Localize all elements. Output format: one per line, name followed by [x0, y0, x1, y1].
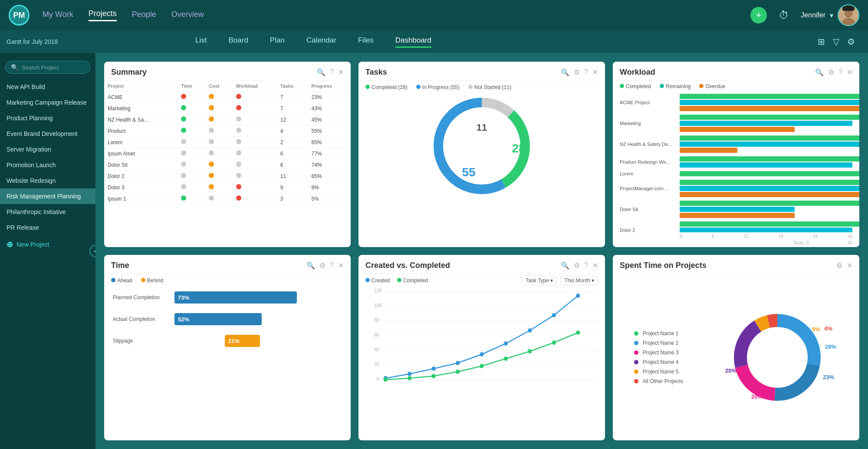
workload-row: ProjectManager.com ...: [620, 180, 852, 197]
nav-overview[interactable]: Overview: [171, 10, 204, 21]
tab-files[interactable]: Files: [358, 36, 374, 48]
svg-point-30: [528, 328, 532, 333]
search-input[interactable]: [22, 64, 85, 71]
svg-text:4%: 4%: [824, 325, 832, 332]
sidebar-item-product-planning[interactable]: Product Planning: [0, 110, 95, 126]
spent-settings-icon[interactable]: ⚙: [836, 261, 842, 270]
sidebar: 🔍 New API Build Marketing Campaign Relea…: [0, 53, 95, 449]
sidebar-item-marketing-campaign[interactable]: Marketing Campaign Release: [0, 95, 95, 110]
tab-dashboard[interactable]: Dashboard: [395, 36, 431, 48]
this-month-filter[interactable]: This Month ▾: [560, 276, 598, 285]
col-progress: Progress: [308, 81, 351, 92]
time-legend-behind: Behind: [141, 277, 163, 284]
user-area[interactable]: Jennifer ▾: [801, 4, 859, 26]
summary-card-body: Project Time Cost Workload Tasks Progres…: [104, 81, 351, 247]
filter-icon[interactable]: ▽: [833, 36, 839, 47]
sidebar-item-new-api-build[interactable]: New API Build: [0, 79, 95, 95]
summary-help-icon[interactable]: ?: [330, 68, 334, 76]
tasks-search-icon[interactable]: 🔍: [561, 68, 569, 76]
workload-settings-icon[interactable]: ⚙: [828, 68, 834, 76]
spent-legend-6: All Other Projects: [634, 378, 683, 384]
workload-close-icon[interactable]: ✕: [847, 68, 852, 76]
legend-dot-4: [634, 360, 638, 364]
chevron-down-icon: ▾: [830, 11, 833, 20]
spent-content: Project Name 1 Project Name 2 Project Na…: [613, 274, 859, 440]
legend-dot-3: [634, 350, 638, 355]
time-card-header: Time 🔍 ⚙ ? ✕: [104, 255, 351, 274]
workload-help-icon[interactable]: ?: [838, 68, 842, 76]
sub-nav-links: List Board Plan Calendar Files Dashboard: [195, 36, 431, 48]
cvc-settings-icon[interactable]: ⚙: [574, 261, 580, 270]
workload-bars: ACME Project Marketing NZ Health & Safet…: [613, 92, 859, 232]
nav-projects[interactable]: Projects: [89, 9, 117, 21]
svg-text:28%: 28%: [825, 343, 836, 350]
sidebar-item-server-migration[interactable]: Server Migration: [0, 142, 95, 157]
spent-time-card-header: Spent Time on Projects ⚙ ✕: [613, 255, 859, 274]
nav-people[interactable]: People: [132, 10, 156, 21]
sidebar-item-pr-release[interactable]: PR Release: [0, 220, 95, 235]
summary-close-icon[interactable]: ✕: [338, 68, 344, 76]
tab-plan[interactable]: Plan: [270, 36, 285, 48]
sidebar-item-philanthropic[interactable]: Philanthropic Initiative: [0, 204, 95, 220]
time-close-icon[interactable]: ✕: [338, 261, 344, 270]
created-vs-completed-card: Created vs. Completed 🔍 ⚙ ? ✕ Created Co…: [358, 255, 605, 440]
workload-search-icon[interactable]: 🔍: [815, 68, 824, 76]
sidebar-item-promotion-launch[interactable]: Promotion Launch: [0, 157, 95, 173]
spent-donut-chart: 5% 4% 28% 23% 20% 20%: [717, 305, 838, 409]
search-icon: 🔍: [11, 64, 18, 71]
content-area: Summary 🔍 ? ✕ Project Time Cost Workload: [95, 53, 868, 449]
top-navigation: PM My Work Projects People Overview + ⏱ …: [0, 0, 868, 30]
svg-point-32: [576, 294, 580, 298]
time-settings-icon[interactable]: ⚙: [319, 261, 326, 270]
tab-calendar[interactable]: Calendar: [306, 36, 336, 48]
tasks-title: Tasks: [365, 68, 561, 77]
svg-text:60: 60: [374, 332, 379, 337]
tasks-help-icon[interactable]: ?: [584, 68, 588, 76]
tasks-close-icon[interactable]: ✕: [592, 68, 598, 76]
time-card: Time 🔍 ⚙ ? ✕ Ahead Behind Planned Comple…: [104, 255, 351, 440]
svg-point-33: [384, 377, 388, 382]
wl-legend-overdue: Overdue: [699, 83, 725, 89]
add-button[interactable]: +: [750, 7, 767, 23]
task-type-filter[interactable]: Task Type ▾: [522, 276, 557, 285]
cvc-close-icon[interactable]: ✕: [592, 261, 598, 270]
plus-icon: ⊕: [7, 240, 13, 249]
tab-list[interactable]: List: [195, 36, 207, 48]
cvc-legend-completed: Completed: [397, 277, 428, 284]
time-search-icon[interactable]: 🔍: [306, 261, 315, 270]
svg-text:5%: 5%: [812, 326, 820, 333]
grid-view-icon[interactable]: ⊞: [818, 36, 825, 47]
time-legend-ahead: Ahead: [111, 277, 132, 284]
time-help-icon[interactable]: ?: [330, 261, 334, 270]
spent-legend: Project Name 1 Project Name 2 Project Na…: [634, 330, 683, 384]
tasks-settings-icon[interactable]: ⚙: [574, 68, 580, 76]
pm-logo[interactable]: PM: [9, 5, 30, 26]
clock-icon[interactable]: ⏱: [776, 7, 792, 23]
tasks-donut-container: 11 28 55: [358, 94, 605, 198]
new-project-button[interactable]: ⊕ New Project: [0, 235, 95, 254]
svg-point-28: [480, 352, 483, 357]
nav-right: + ⏱ Jennifer ▾: [750, 4, 859, 26]
svg-text:100: 100: [374, 303, 381, 308]
spent-close-icon[interactable]: ✕: [847, 261, 852, 270]
summary-card: Summary 🔍 ? ✕ Project Time Cost Workload: [104, 62, 351, 247]
sidebar-item-risk-management[interactable]: Risk Management Planning: [0, 188, 95, 204]
tab-board[interactable]: Board: [228, 36, 248, 48]
time-title: Time: [111, 261, 306, 270]
cvc-help-icon[interactable]: ?: [584, 261, 588, 270]
sidebar-item-website-redesign[interactable]: Website Redesign: [0, 173, 95, 188]
spent-donut-wrapper: 5% 4% 28% 23% 20% 20%: [717, 305, 838, 409]
table-row: Product 4 55%: [104, 125, 351, 137]
sub-settings-icon[interactable]: ⚙: [847, 36, 855, 47]
cvc-search-icon[interactable]: 🔍: [561, 261, 569, 270]
col-cost: Cost: [205, 81, 233, 92]
col-project: Project: [104, 81, 178, 92]
workload-legend: Completed Remaining Overdue: [613, 81, 859, 92]
workload-header-icons: 🔍 ⚙ ? ✕: [815, 68, 852, 76]
search-box[interactable]: 🔍: [5, 61, 90, 74]
summary-search-icon[interactable]: 🔍: [317, 68, 326, 76]
nav-my-work[interactable]: My Work: [43, 10, 73, 21]
table-row: Lorem 2 65%: [104, 137, 351, 148]
sidebar-item-event-brand[interactable]: Event Brand Development: [0, 126, 95, 142]
svg-point-39: [528, 349, 532, 353]
